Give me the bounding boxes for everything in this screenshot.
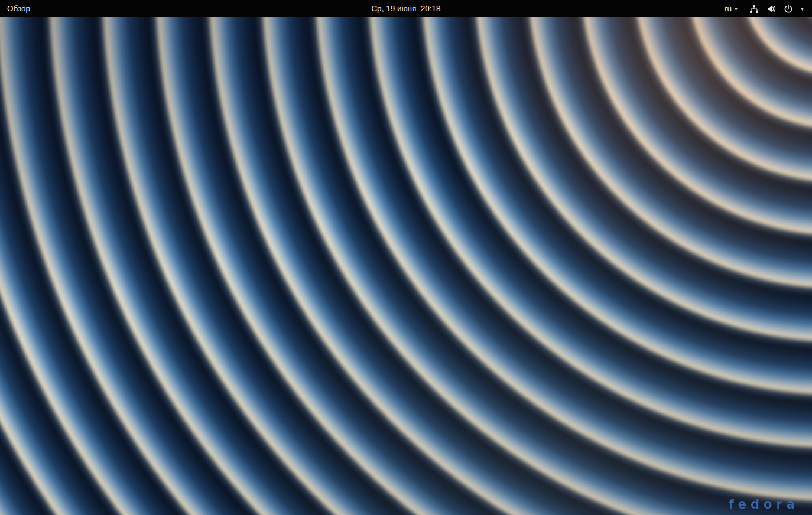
system-status-menu[interactable]: ▾: [743, 0, 812, 17]
chevron-down-icon: ▾: [801, 6, 804, 12]
top-bar-right: ru ▾: [719, 0, 812, 17]
chevron-down-icon: ▾: [735, 6, 738, 12]
desktop-screen: Обзор Ср, 19 июня 20:18 ru ▾: [0, 0, 812, 515]
gnome-top-bar: Обзор Ср, 19 июня 20:18 ru ▾: [0, 0, 812, 17]
keyboard-layout-label: ru: [725, 4, 732, 13]
keyboard-layout-button[interactable]: ru ▾: [719, 0, 743, 17]
fedora-wordmark: fedora: [729, 497, 799, 511]
wallpaper-vignette: [0, 17, 812, 515]
top-bar-left: Обзор: [0, 0, 37, 17]
desktop-wallpaper[interactable]: fedora: [0, 17, 812, 515]
volume-icon: [766, 4, 776, 14]
clock-label: Ср, 19 июня 20:18: [371, 4, 440, 13]
clock-calendar-button[interactable]: Ср, 19 июня 20:18: [364, 0, 447, 17]
power-icon: [784, 4, 793, 14]
network-wired-icon: [749, 4, 759, 14]
activities-overview-button[interactable]: Обзор: [0, 0, 37, 17]
activities-overview-label: Обзор: [7, 4, 30, 13]
